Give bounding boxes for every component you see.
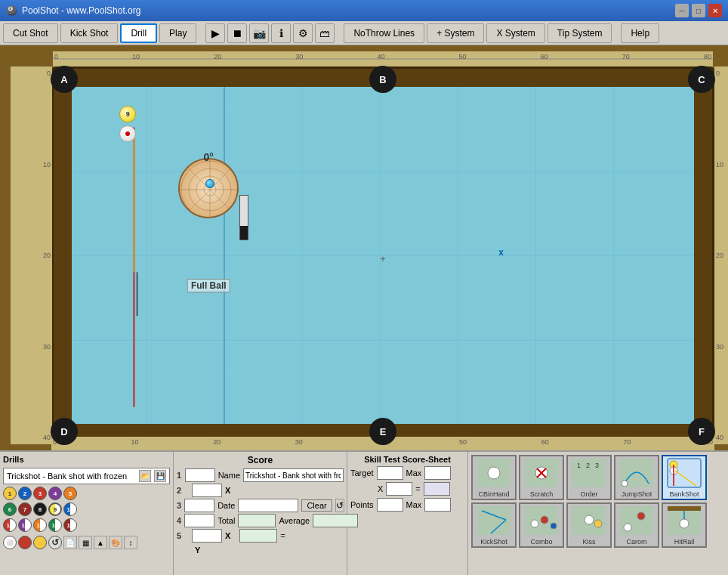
ctrl-up-icon[interactable]: ▲ <box>94 536 107 549</box>
plus-system-button[interactable]: + System <box>427 23 484 43</box>
svg-text:2: 2 <box>586 462 590 469</box>
clear-button[interactable]: Clear <box>301 499 332 512</box>
svg-text:1: 1 <box>577 462 581 469</box>
ball-15-stripe[interactable]: 15 <box>63 518 77 532</box>
svg-point-40 <box>551 523 557 529</box>
drill-item-selected[interactable]: Trickshot - Bank shot with frozen 📂 💾 <box>3 468 170 484</box>
score-input-5[interactable] <box>192 529 222 543</box>
nothrow-button[interactable]: NoThrow Lines <box>344 23 424 43</box>
ball-14-stripe[interactable]: 14 <box>48 518 62 532</box>
score-row-y: Y <box>177 546 344 555</box>
thumb-jumpshot[interactable]: JumpShot <box>614 455 659 500</box>
svg-rect-48 <box>668 506 701 511</box>
ball-5[interactable]: 5 <box>63 487 77 500</box>
maximize-button[interactable]: □ <box>692 4 705 17</box>
ball-8[interactable]: 8 <box>33 502 47 516</box>
score-x-label: X <box>225 486 230 495</box>
thumb-kiss[interactable]: Kiss <box>566 502 612 548</box>
camera-icon-button[interactable]: 📷 <box>249 23 269 43</box>
date-input[interactable] <box>238 499 298 512</box>
ctrl-arrow-icon[interactable]: ↕ <box>124 536 137 549</box>
ctrl-page-icon[interactable]: 📄 <box>63 536 77 549</box>
cut-shot-button[interactable]: Cut Shot <box>3 23 58 43</box>
thumb-hitrail-label: HitRail <box>674 538 695 546</box>
score-input-1[interactable] <box>185 468 215 482</box>
score-input-5b[interactable] <box>239 529 277 543</box>
ball-10-stripe[interactable]: 10 <box>63 502 77 516</box>
drill-open-icon[interactable]: 📂 <box>139 470 151 482</box>
cue-ball-btn[interactable]: ⚪ <box>3 536 17 549</box>
score-input-4[interactable] <box>184 514 214 527</box>
ruler-right: 010203040 <box>714 66 728 444</box>
skill-target-row: Target Max <box>350 466 464 480</box>
ball-13-stripe[interactable]: 13 <box>33 518 47 532</box>
reset-btn[interactable]: ↺ <box>48 536 62 549</box>
play-icon-button[interactable]: ▶ <box>205 23 225 43</box>
toolbar: Cut Shot Kick Shot Drill Play ▶ ⏹ 📷 ℹ ⚙ … <box>0 21 728 45</box>
drill-save-icon[interactable]: 💾 <box>154 470 166 482</box>
yellow-ball-btn[interactable] <box>33 536 47 549</box>
ball-7[interactable]: 7 <box>18 502 32 516</box>
thumb-row-1: CBinHand Scratch 1 <box>471 455 725 500</box>
thumb-kickshot[interactable]: KickShot <box>471 502 517 548</box>
thumb-bankshot[interactable]: BankShot <box>662 455 707 500</box>
max-input[interactable] <box>424 466 451 480</box>
thumb-scratch[interactable]: Scratch <box>519 455 564 500</box>
playing-surface[interactable]: + x 9 <box>72 87 694 424</box>
thumb-jumpshot-label: JumpShot <box>622 490 652 498</box>
name-input[interactable] <box>243 468 344 482</box>
drill-button[interactable]: Drill <box>120 23 157 43</box>
score-num-4: 4 <box>177 516 181 525</box>
ctrl-color-icon[interactable]: 🎨 <box>109 536 122 549</box>
red-ball-btn[interactable] <box>18 536 32 549</box>
refresh-icon[interactable]: ↺ <box>335 499 344 512</box>
ball-row-1: 1 2 3 4 5 <box>3 487 170 500</box>
thumb-carom[interactable]: Carom <box>614 502 659 548</box>
result-input[interactable] <box>424 482 450 496</box>
ball-row-3: 11 12 13 14 15 <box>3 518 170 532</box>
svg-point-39 <box>541 516 548 524</box>
target-input[interactable] <box>377 466 403 480</box>
close-button[interactable]: ✕ <box>708 4 722 17</box>
ball-4[interactable]: 4 <box>48 487 62 500</box>
x-input[interactable] <box>386 482 412 496</box>
ball-2[interactable]: 2 <box>18 487 32 500</box>
play-button[interactable]: Play <box>159 23 196 43</box>
total-input[interactable] <box>238 514 276 527</box>
x-system-button[interactable]: X System <box>486 23 544 43</box>
ball-12-stripe[interactable]: 12 <box>18 518 32 532</box>
ruler-left: 010203040 <box>11 66 52 444</box>
thumb-cbinhand[interactable]: CBinHand <box>471 455 517 500</box>
points-label: Points <box>350 500 374 509</box>
tip-system-button[interactable]: Tip System <box>548 23 612 43</box>
drills-panel: Drills Trickshot - Bank shot with frozen… <box>0 452 174 575</box>
score-input-3[interactable] <box>184 499 214 512</box>
kick-shot-button[interactable]: Kick Shot <box>60 23 119 43</box>
equals-label: = <box>280 531 285 540</box>
bottom-panel: Drills Trickshot - Bank shot with frozen… <box>0 450 728 575</box>
minimize-button[interactable]: ─ <box>675 4 689 17</box>
stop-icon-button[interactable]: ⏹ <box>227 23 247 43</box>
score-label-date: Date <box>217 501 235 510</box>
table-area[interactable]: 01020304050607080 010203040 010203040 A … <box>0 45 728 450</box>
help-button[interactable]: Help <box>621 23 659 43</box>
thumb-hitrail[interactable]: HitRail <box>662 502 707 548</box>
points-max-input[interactable] <box>424 498 451 512</box>
ball-11-stripe[interactable]: 11 <box>3 518 17 532</box>
table-icon-button[interactable]: 🗃 <box>315 23 335 43</box>
ball-1[interactable]: 1 <box>3 487 17 500</box>
thumb-order[interactable]: 1 2 3 Order <box>566 455 612 500</box>
drill-item-text: Trickshot - Bank shot with frozen <box>7 471 136 481</box>
info-icon-button[interactable]: ℹ <box>271 23 291 43</box>
pocket-a: A <box>51 66 78 93</box>
ball-9-stripe[interactable]: 9 <box>48 502 62 516</box>
ctrl-table-icon[interactable]: ▦ <box>79 536 92 549</box>
ball-3[interactable]: 3 <box>33 487 47 500</box>
ball-6[interactable]: 6 <box>3 502 17 516</box>
points-input[interactable] <box>377 498 403 512</box>
settings-icon-button[interactable]: ⚙ <box>293 23 313 43</box>
thumb-combo[interactable]: Combo <box>519 502 564 548</box>
avg-label: Average <box>279 516 310 525</box>
score-input-2[interactable] <box>192 484 222 497</box>
thumb-bankshot-label: BankShot <box>669 490 699 498</box>
